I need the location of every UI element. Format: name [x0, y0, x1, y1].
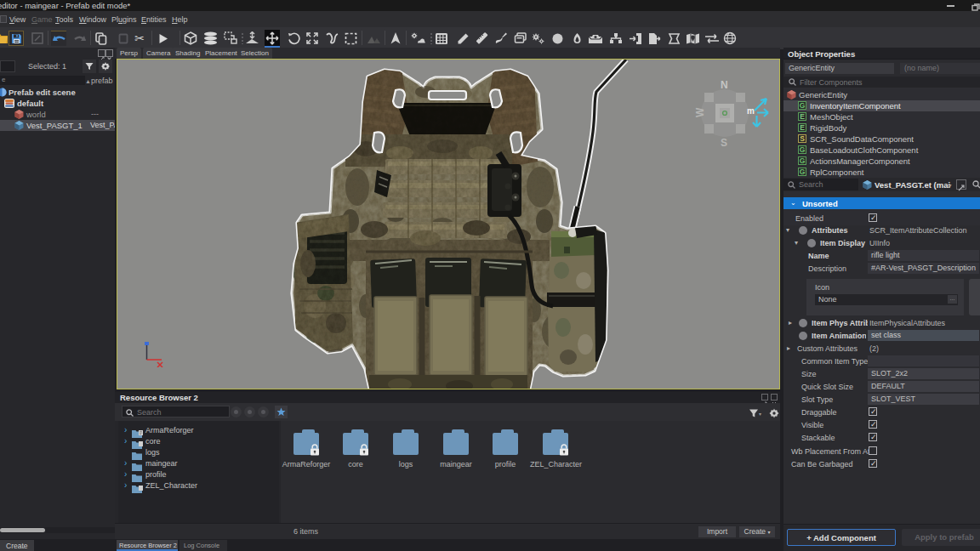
svg-text:S: S	[721, 137, 727, 149]
svg-text:W: W	[695, 107, 706, 117]
svg-text:N: N	[721, 79, 728, 91]
